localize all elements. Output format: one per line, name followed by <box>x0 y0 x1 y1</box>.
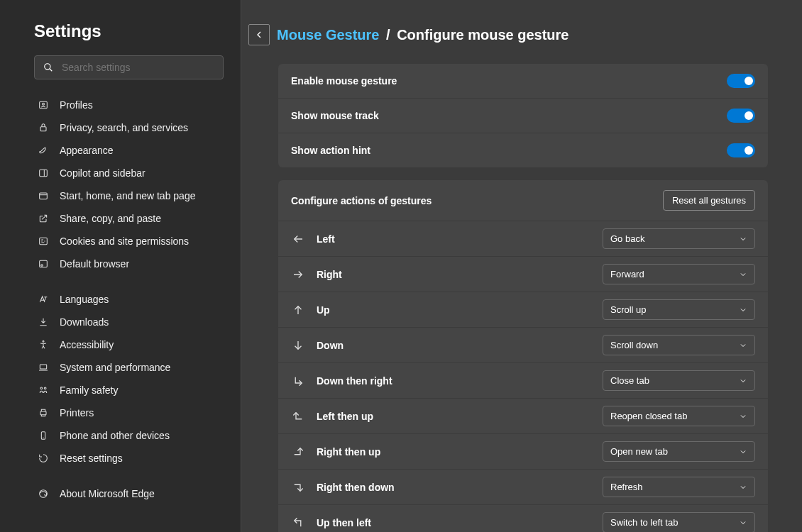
gesture-up-left-icon <box>291 516 305 530</box>
sidebar-item-label: Family safety <box>60 384 118 396</box>
accessibility-icon <box>37 338 50 351</box>
brush-icon <box>37 144 50 157</box>
reset-gestures-button[interactable]: Reset all gestures <box>663 190 755 211</box>
gesture-row-left-up: Left then up Reopen closed tab <box>278 399 768 434</box>
toggle-switch[interactable] <box>727 143 755 157</box>
sidebar-item-downloads[interactable]: Downloads <box>34 311 224 333</box>
header: Mouse Gesture / Configure mouse gesture <box>250 24 768 45</box>
sidebar-item-family-safety[interactable]: Family safety <box>34 379 224 401</box>
back-button[interactable] <box>248 24 270 45</box>
sidebar-item-languages[interactable]: Languages <box>34 288 224 311</box>
gesture-action-value: Refresh <box>610 482 643 492</box>
tab-icon <box>37 189 50 202</box>
breadcrumb-link[interactable]: Mouse Gesture <box>277 27 379 43</box>
toggle-label: Enable mouse gesture <box>291 75 397 87</box>
gesture-action-dropdown[interactable]: Go back <box>603 228 755 249</box>
browser-icon <box>37 257 50 270</box>
sidebar-item-label: Reset settings <box>60 453 123 464</box>
gesture-label: Left then up <box>317 411 591 422</box>
sidebar-item-phone-and-other-devices[interactable]: Phone and other devices <box>34 424 224 447</box>
sidebar-item-share-copy-and-paste[interactable]: Share, copy, and paste <box>34 207 224 230</box>
main-pane: Mouse Gesture / Configure mouse gesture … <box>241 0 802 532</box>
gesture-right-up-icon <box>291 445 305 459</box>
sidebar-item-label: Profiles <box>60 99 93 111</box>
settings-sidebar: Settings ProfilesPrivacy, search, and se… <box>0 0 241 532</box>
sidebar-item-start-home-and-new-tab-page[interactable]: Start, home, and new tab page <box>34 184 224 207</box>
gesture-action-value: Scroll down <box>610 340 658 350</box>
sidebar-item-printers[interactable]: Printers <box>34 401 224 424</box>
laptop-icon <box>37 361 50 374</box>
sidebar-item-label: Share, copy, and paste <box>60 213 161 224</box>
gesture-action-dropdown[interactable]: Switch to left tab <box>603 512 755 532</box>
gesture-label: Right <box>317 269 591 280</box>
sidebar-item-system-and-performance[interactable]: System and performance <box>34 356 224 379</box>
svg-rect-4 <box>40 127 46 131</box>
gesture-label: Down then right <box>317 375 591 387</box>
sidebar-item-privacy-search-and-services[interactable]: Privacy, search, and services <box>34 116 224 139</box>
gesture-action-value: Go back <box>610 233 644 244</box>
gesture-row-up: Up Scroll up <box>278 292 768 328</box>
gesture-action-dropdown[interactable]: Forward <box>603 264 755 284</box>
sidebar-item-reset-settings[interactable]: Reset settings <box>34 447 224 470</box>
gesture-label: Left <box>317 233 591 245</box>
svg-point-14 <box>40 387 43 389</box>
gesture-action-dropdown[interactable]: Scroll down <box>603 335 755 355</box>
sidebar-item-label: Cookies and site permissions <box>60 235 189 247</box>
gesture-action-value: Switch to left tab <box>610 517 678 528</box>
svg-point-0 <box>45 64 50 70</box>
gestures-card: Configure actions of gestures Reset all … <box>278 180 768 532</box>
chevron-down-icon <box>739 448 747 456</box>
gesture-label: Right then up <box>317 446 591 458</box>
gesture-action-dropdown[interactable]: Close tab <box>603 370 755 391</box>
phone-icon <box>37 429 50 442</box>
user-icon <box>37 99 50 111</box>
sidebar-item-copilot-and-sidebar[interactable]: Copilot and sidebar <box>34 162 224 184</box>
chevron-down-icon <box>739 377 747 385</box>
sidebar-item-profiles[interactable]: Profiles <box>34 94 224 116</box>
sidebar-item-label: Appearance <box>60 145 114 156</box>
gesture-action-dropdown[interactable]: Scroll up <box>603 299 755 320</box>
edge-icon <box>37 487 50 500</box>
gesture-action-value: Close tab <box>610 375 649 386</box>
gesture-action-dropdown[interactable]: Refresh <box>603 477 755 497</box>
chevron-down-icon <box>739 483 747 492</box>
gesture-row-right-up: Right then up Open new tab <box>278 434 768 470</box>
chevron-down-icon <box>739 235 747 243</box>
toggle-label: Show mouse track <box>291 110 379 121</box>
svg-point-11 <box>41 265 43 267</box>
nav-list: ProfilesPrivacy, search, and servicesApp… <box>34 94 224 505</box>
toggle-switch[interactable] <box>727 109 755 123</box>
share-icon <box>37 212 50 225</box>
sidebar-item-label: Printers <box>60 407 94 419</box>
toggle-row-show-mouse-track: Show mouse track <box>278 99 768 133</box>
sidebar-item-about-microsoft-edge[interactable]: About Microsoft Edge <box>34 482 224 505</box>
sidebar-item-default-browser[interactable]: Default browser <box>34 253 224 275</box>
sidebar-item-label: Default browser <box>60 258 129 270</box>
toggle-switch[interactable] <box>727 74 755 88</box>
svg-point-12 <box>43 340 44 342</box>
toggle-label: Show action hint <box>291 145 370 156</box>
svg-rect-16 <box>40 411 46 415</box>
gesture-label: Up then left <box>317 517 591 528</box>
gesture-action-value: Reopen closed tab <box>610 411 687 421</box>
gesture-right-icon <box>291 267 305 282</box>
svg-point-19 <box>40 490 48 498</box>
svg-rect-5 <box>40 170 48 176</box>
gesture-label: Up <box>317 304 591 316</box>
svg-rect-7 <box>40 193 48 199</box>
sidebar-item-appearance[interactable]: Appearance <box>34 139 224 162</box>
chevron-down-icon <box>739 306 747 314</box>
gesture-action-dropdown[interactable]: Open new tab <box>603 441 755 462</box>
sidebar-item-label: System and performance <box>60 362 170 373</box>
sidebar-item-label: Phone and other devices <box>60 430 170 441</box>
sidebar-item-accessibility[interactable]: Accessibility <box>34 333 224 356</box>
gesture-row-right-down: Right then down Refresh <box>278 470 768 505</box>
svg-rect-10 <box>40 260 48 267</box>
gesture-action-dropdown[interactable]: Reopen closed tab <box>603 406 755 426</box>
sidebar-item-cookies-and-site-permissions[interactable]: Cookies and site permissions <box>34 230 224 253</box>
search-input[interactable] <box>62 62 214 73</box>
svg-rect-13 <box>40 365 46 369</box>
gesture-up-icon <box>291 303 305 317</box>
svg-point-15 <box>44 387 46 389</box>
search-box[interactable] <box>34 55 224 79</box>
